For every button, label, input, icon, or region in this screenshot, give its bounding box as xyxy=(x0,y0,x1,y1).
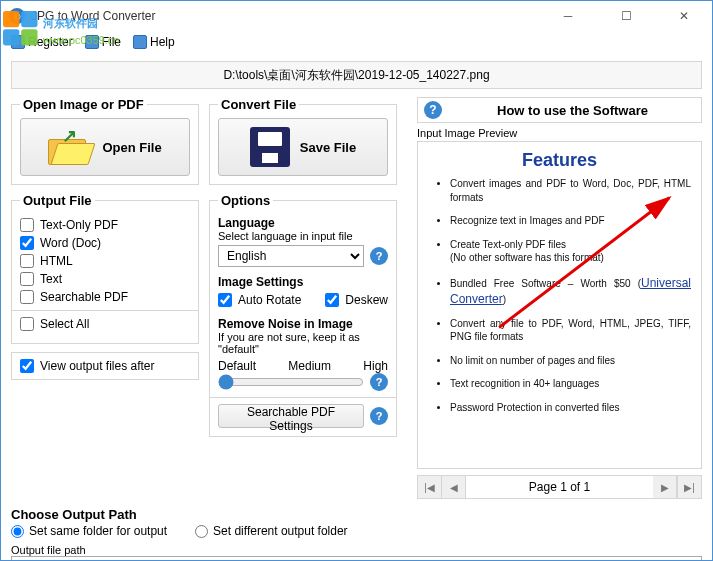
output-path-input[interactable] xyxy=(11,556,702,561)
open-image-legend: Open Image or PDF xyxy=(20,97,147,112)
help-menu-icon xyxy=(133,35,147,49)
noise-help-icon[interactable]: ? xyxy=(370,373,388,391)
feature-item: Convert images and PDF to Word, Doc, PDF… xyxy=(450,177,691,204)
preview-label: Input Image Preview xyxy=(417,127,702,139)
menu-bar: Register File Help xyxy=(1,31,712,53)
feature-item: Text recognition in 40+ languages xyxy=(450,377,691,391)
select-all-checkbox[interactable]: Select All xyxy=(20,317,190,331)
options-legend: Options xyxy=(218,193,273,208)
view-output-checkbox[interactable]: View output files after xyxy=(20,359,190,373)
output-format-checkbox[interactable]: HTML xyxy=(20,254,190,268)
how-to-use-bar[interactable]: ? How to use the Software xyxy=(417,97,702,123)
register-icon xyxy=(11,35,25,49)
language-help-icon[interactable]: ? xyxy=(370,247,388,265)
page-next-button[interactable]: ▶ xyxy=(653,476,677,498)
feature-item: Password Protection in converted files xyxy=(450,401,691,415)
output-format-checkbox[interactable]: Word (Doc) xyxy=(20,236,190,250)
maximize-button[interactable]: ☐ xyxy=(606,9,646,23)
options-group: Options Language Select language in inpu… xyxy=(209,193,397,437)
feature-item: Create Text-only PDF files (No other sof… xyxy=(450,238,691,265)
output-format-checkbox[interactable]: Text xyxy=(20,272,190,286)
menu-help[interactable]: Help xyxy=(133,35,175,49)
close-button[interactable]: ✕ xyxy=(664,9,704,23)
universal-converter-link[interactable]: Universal Converter xyxy=(450,276,691,306)
language-select[interactable]: English xyxy=(218,245,364,267)
input-image-preview: Features Convert images and PDF to Word,… xyxy=(417,141,702,469)
spdf-help-icon[interactable]: ? xyxy=(370,407,388,425)
menu-register[interactable]: Register xyxy=(11,35,73,49)
page-last-button[interactable]: ▶| xyxy=(677,476,701,498)
open-file-button[interactable]: ↗ Open File xyxy=(20,118,190,176)
file-path-bar: D:\tools\桌面\河东软件园\2019-12-05_140227.png xyxy=(11,61,702,89)
window-title: JPG to Word Converter xyxy=(31,9,548,23)
diff-folder-radio[interactable]: Set different output folder xyxy=(195,524,348,538)
output-file-legend: Output File xyxy=(20,193,95,208)
feature-item: No limit on number of pages and files xyxy=(450,354,691,368)
open-folder-icon: ↗ xyxy=(48,129,92,165)
app-icon: ◐ xyxy=(9,8,25,24)
help-icon: ? xyxy=(424,101,442,119)
searchable-pdf-settings-button[interactable]: Searchable PDF Settings xyxy=(218,404,364,428)
output-path-group: Output file path xyxy=(11,544,702,561)
convert-file-legend: Convert File xyxy=(218,97,299,112)
title-bar: ◐ JPG to Word Converter ─ ☐ ✕ xyxy=(1,1,712,31)
page-navigator: |◀ ◀ Page 1 of 1 ▶ ▶| xyxy=(417,475,702,499)
noise-label: Remove Noise in Image xyxy=(218,317,388,331)
image-settings-label: Image Settings xyxy=(218,275,388,289)
output-format-checkbox[interactable]: Text-Only PDF xyxy=(20,218,190,232)
same-folder-radio[interactable]: Set same folder for output xyxy=(11,524,167,538)
open-image-group: Open Image or PDF ↗ Open File xyxy=(11,97,199,185)
feature-item: Recognize text in Images and PDF xyxy=(450,214,691,228)
minimize-button[interactable]: ─ xyxy=(548,9,588,23)
features-title: Features xyxy=(428,150,691,171)
page-indicator: Page 1 of 1 xyxy=(466,480,653,494)
convert-file-group: Convert File Save File xyxy=(209,97,397,185)
output-file-group: Output File Text-Only PDFWord (Doc)HTMLT… xyxy=(11,193,199,344)
auto-rotate-checkbox[interactable]: Auto Rotate xyxy=(218,293,319,307)
feature-item: Convert any file to PDF, Word, HTML, JPE… xyxy=(450,317,691,344)
page-prev-button[interactable]: ◀ xyxy=(442,476,466,498)
page-first-button[interactable]: |◀ xyxy=(418,476,442,498)
feature-item: Bundled Free Software – Worth $50 (Unive… xyxy=(450,275,691,307)
output-format-checkbox[interactable]: Searchable PDF xyxy=(20,290,190,304)
menu-file[interactable]: File xyxy=(85,35,121,49)
save-disk-icon xyxy=(250,127,290,167)
save-file-button[interactable]: Save File xyxy=(218,118,388,176)
language-label: Language xyxy=(218,216,388,230)
deskew-checkbox[interactable]: Deskew xyxy=(325,293,388,307)
file-icon xyxy=(85,35,99,49)
choose-output-path-group: Choose Output Path Set same folder for o… xyxy=(11,507,702,538)
noise-slider[interactable] xyxy=(218,374,364,390)
